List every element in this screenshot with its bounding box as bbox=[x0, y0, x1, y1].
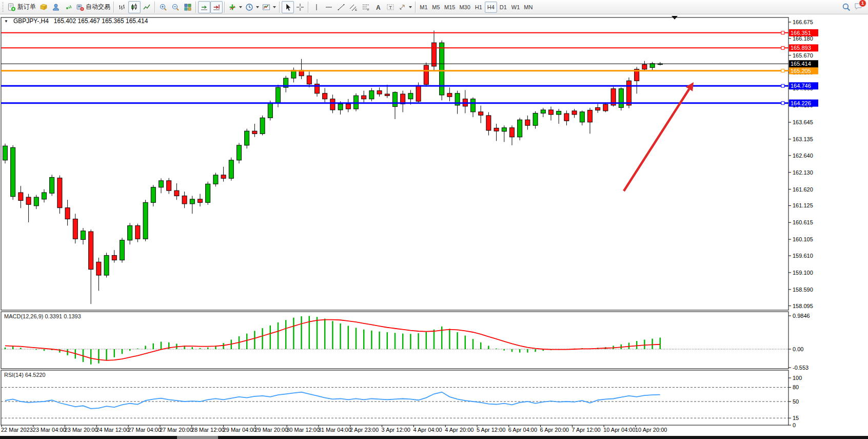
svg-text:159.610: 159.610 bbox=[793, 253, 813, 259]
svg-text:161.620: 161.620 bbox=[793, 186, 813, 193]
trendline-tool-button[interactable] bbox=[335, 1, 347, 13]
crosshair-tool-button[interactable] bbox=[294, 1, 306, 13]
new-order-label: 新订单 bbox=[17, 3, 36, 11]
svg-text:163.135: 163.135 bbox=[793, 136, 813, 142]
templates-dropdown-caret[interactable] bbox=[273, 6, 276, 8]
templates-icon bbox=[262, 3, 270, 11]
zoom-in-icon bbox=[159, 3, 167, 11]
toolbar-separator bbox=[279, 2, 280, 13]
candlestick-chart-button[interactable] bbox=[128, 1, 141, 13]
svg-text:7 Apr 12:00: 7 Apr 12:00 bbox=[571, 427, 600, 433]
text-label-tool-button[interactable]: T bbox=[384, 1, 397, 13]
svg-text:4 Apr 04:00: 4 Apr 04:00 bbox=[413, 427, 442, 433]
hline-handle[interactable] bbox=[781, 102, 784, 105]
svg-text:100: 100 bbox=[793, 375, 802, 381]
text-label-icon: T bbox=[386, 3, 394, 11]
toolbar-separator bbox=[154, 2, 155, 13]
svg-text:0.00: 0.00 bbox=[793, 346, 803, 352]
templates-button[interactable] bbox=[261, 1, 278, 13]
metaeditor-button[interactable] bbox=[37, 1, 50, 13]
toolbar-grip[interactable] bbox=[2, 2, 5, 12]
time-axis[interactable]: 22 Mar 202323 Mar 04:0023 Mar 20:0024 Ma… bbox=[1, 425, 667, 433]
svg-text:-0.553: -0.553 bbox=[793, 365, 808, 371]
toolbar-separator bbox=[195, 2, 196, 13]
hline-handle[interactable] bbox=[781, 69, 784, 72]
hline-handle[interactable] bbox=[781, 31, 784, 34]
crosshair-icon bbox=[296, 3, 304, 11]
svg-text:160.615: 160.615 bbox=[793, 219, 813, 225]
svg-text:10 Apr 20:00: 10 Apr 20:00 bbox=[635, 427, 667, 433]
profiles-button[interactable] bbox=[50, 1, 62, 13]
search-icon[interactable] bbox=[842, 3, 851, 11]
timeframe-MN[interactable]: MN bbox=[522, 2, 535, 13]
trendline-icon bbox=[337, 3, 345, 11]
chart-shift-button[interactable] bbox=[210, 1, 223, 13]
svg-text:E: E bbox=[355, 8, 357, 11]
fibonacci-icon: F bbox=[362, 3, 370, 11]
svg-text:80: 80 bbox=[793, 384, 799, 390]
bottom-window-edge bbox=[0, 436, 868, 439]
fibonacci-tool-button[interactable]: F bbox=[360, 1, 372, 13]
svg-text:50: 50 bbox=[793, 398, 799, 405]
new-order-icon bbox=[7, 3, 16, 11]
svg-text:6 Apr 20:00: 6 Apr 20:00 bbox=[540, 427, 569, 433]
timeframe-M30[interactable]: M30 bbox=[457, 2, 472, 13]
svg-text:30 Mar 12:00: 30 Mar 12:00 bbox=[286, 427, 320, 433]
cursor-tool-button[interactable] bbox=[282, 1, 294, 13]
line-chart-button[interactable] bbox=[141, 1, 153, 13]
periods-dropdown-caret[interactable] bbox=[256, 6, 259, 8]
svg-text:29 Mar 04:00: 29 Mar 04:00 bbox=[223, 427, 257, 433]
market-signals-button[interactable] bbox=[62, 1, 74, 13]
hline-handle[interactable] bbox=[781, 84, 784, 87]
timeframe-M15[interactable]: M15 bbox=[442, 2, 457, 13]
text-tool-button[interactable]: A bbox=[372, 1, 384, 13]
chart-canvas[interactable]: 166.675166.180165.670165.160164.665164.1… bbox=[0, 14, 868, 436]
chat-button[interactable]: 1 bbox=[854, 2, 863, 12]
vertical-line-tool-button[interactable] bbox=[310, 1, 323, 13]
timeframe-M1[interactable]: M1 bbox=[418, 2, 430, 13]
equidistant-channel-tool-button[interactable]: E bbox=[347, 1, 360, 13]
timeframe-W1[interactable]: W1 bbox=[509, 2, 522, 13]
zoom-out-icon bbox=[171, 3, 180, 11]
timeframe-group: M1M5M15M30H1H4D1W1MN bbox=[418, 2, 535, 13]
indicators-button[interactable] bbox=[227, 1, 244, 13]
toolbar-right-group: 1 bbox=[842, 2, 867, 12]
tile-windows-icon bbox=[184, 3, 192, 11]
tile-windows-button[interactable] bbox=[182, 1, 194, 13]
horizontal-line-tool-button[interactable] bbox=[323, 1, 335, 13]
zoom-out-button[interactable] bbox=[169, 1, 182, 13]
arrows-dropdown-caret[interactable] bbox=[409, 6, 412, 8]
svg-text:A: A bbox=[376, 4, 381, 11]
metaeditor-icon bbox=[40, 3, 48, 11]
svg-text:166.351: 166.351 bbox=[791, 30, 811, 36]
timeframe-M5[interactable]: M5 bbox=[430, 2, 442, 13]
hline-handle[interactable] bbox=[781, 46, 784, 49]
periods-button[interactable] bbox=[244, 1, 261, 13]
timeframe-D1[interactable]: D1 bbox=[497, 2, 509, 13]
svg-text:165.414: 165.414 bbox=[791, 61, 811, 67]
clock-icon bbox=[245, 3, 253, 11]
arrows-tool-button[interactable] bbox=[397, 1, 413, 13]
bar-chart-button[interactable] bbox=[116, 1, 128, 13]
auto-trading-button[interactable]: 自动交易 bbox=[74, 1, 112, 13]
auto-trading-icon bbox=[76, 3, 84, 11]
svg-text:24 Mar 12:00: 24 Mar 12:00 bbox=[96, 427, 129, 433]
candlestick-chart-icon bbox=[130, 3, 139, 11]
new-order-button[interactable]: 新订单 bbox=[6, 1, 37, 13]
text-tool-icon: A bbox=[374, 3, 382, 11]
svg-text:164.746: 164.746 bbox=[791, 83, 811, 89]
price-axis[interactable]: 166.675166.180165.670165.160164.665164.1… bbox=[788, 19, 818, 428]
auto-scroll-button[interactable] bbox=[198, 1, 210, 13]
timeframe-H1[interactable]: H1 bbox=[472, 2, 485, 13]
zoom-in-button[interactable] bbox=[157, 1, 169, 13]
svg-text:159.100: 159.100 bbox=[793, 270, 813, 276]
svg-text:0: 0 bbox=[793, 422, 796, 428]
svg-text:162.640: 162.640 bbox=[793, 152, 813, 159]
indicators-dropdown-caret[interactable] bbox=[239, 6, 242, 8]
svg-text:165.205: 165.205 bbox=[791, 68, 811, 74]
line-chart-icon bbox=[143, 3, 151, 11]
svg-text:31 Mar 04:00: 31 Mar 04:00 bbox=[318, 427, 351, 433]
timeframe-H4[interactable]: H4 bbox=[485, 2, 497, 13]
svg-text:27 Mar 04:00: 27 Mar 04:00 bbox=[128, 427, 161, 433]
vertical-line-icon bbox=[312, 3, 321, 11]
